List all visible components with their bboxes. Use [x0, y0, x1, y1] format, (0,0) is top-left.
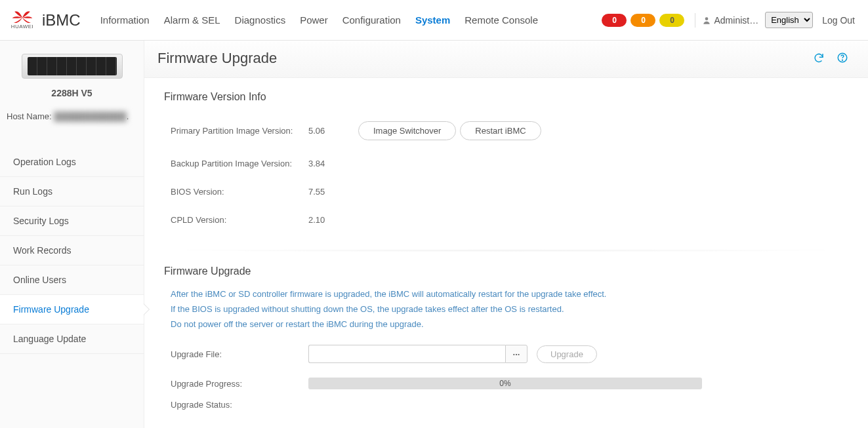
note-3: Do not power off the server or restart t…: [171, 319, 848, 329]
huawei-logo: HUAWEI: [9, 7, 35, 33]
topnav-power[interactable]: Power: [300, 14, 328, 26]
upgrade-button[interactable]: Upgrade: [537, 345, 597, 363]
sidemenu-work-records[interactable]: Work Records: [0, 236, 144, 265]
sidemenu-online-users[interactable]: Online Users: [0, 265, 144, 295]
backup-label: Backup Partition Image Version:: [171, 159, 308, 168]
page-title: Firmware Upgrade: [157, 50, 277, 67]
server-block: 2288H V5: [0, 41, 144, 105]
logo-block: HUAWEI iBMC: [9, 7, 81, 33]
main-icons: [804, 52, 848, 66]
side-menu: Operation LogsRun LogsSecurity LogsWork …: [0, 147, 144, 354]
row-primary: Primary Partition Image Version: 5.06 Im…: [164, 115, 848, 152]
hostname-label: Host Name:: [7, 111, 52, 121]
header: HUAWEI iBMC InformationAlarm & SELDiagno…: [0, 0, 868, 41]
top-nav: InformationAlarm & SELDiagnosticsPowerCo…: [100, 14, 552, 26]
row-upgrade-file: Upgrade File: ··· Upgrade: [164, 334, 848, 367]
progress-label: Upgrade Progress:: [171, 379, 308, 389]
refresh-icon[interactable]: [813, 52, 825, 64]
section-version-info: Firmware Version Info Primary Partition …: [144, 78, 868, 243]
badge-major[interactable]: 0: [630, 14, 655, 27]
server-model: 2288H V5: [0, 88, 144, 98]
browse-button[interactable]: ···: [505, 345, 527, 363]
svg-point-0: [705, 17, 709, 20]
help-icon[interactable]: [837, 52, 848, 64]
topnav-alarm-sel[interactable]: Alarm & SEL: [164, 14, 220, 26]
row-backup: Backup Partition Image Version: 3.84: [164, 152, 848, 180]
row-progress: Upgrade Progress: 0%: [164, 367, 848, 393]
upgrade-file-input[interactable]: [308, 345, 505, 363]
sidemenu-firmware-upgrade[interactable]: Firmware Upgrade: [0, 295, 144, 324]
main-header: Firmware Upgrade: [144, 41, 868, 78]
bios-label: BIOS Version:: [171, 187, 308, 197]
divider: [695, 13, 695, 28]
cpld-value: 2.10: [308, 215, 354, 225]
sidemenu-security-logs[interactable]: Security Logs: [0, 206, 144, 236]
huawei-petal-icon: [11, 10, 33, 25]
row-cpld: CPLD Version: 2.10: [164, 208, 848, 237]
image-switchover-button[interactable]: Image Switchover: [358, 121, 456, 140]
user-name[interactable]: Administ…: [714, 15, 758, 26]
header-right: 0 0 0 Administ… English Log Out: [602, 12, 855, 28]
logout-link[interactable]: Log Out: [822, 15, 855, 26]
sidebar: 2288H V5 Host Name: ████████████. Operat…: [0, 41, 144, 428]
file-label: Upgrade File:: [171, 349, 308, 359]
progress-text: 0%: [499, 379, 510, 388]
note-2: If the BIOS is upgraded without shutting…: [171, 304, 848, 314]
section1-title: Firmware Version Info: [164, 91, 848, 103]
hostname-row: Host Name: ████████████.: [0, 105, 144, 128]
topnav-information[interactable]: Information: [100, 14, 150, 26]
badge-critical[interactable]: 0: [602, 14, 627, 27]
user-icon: [702, 16, 711, 25]
brand-text: HUAWEI: [11, 24, 34, 29]
topnav-remote-console[interactable]: Remote Console: [465, 14, 538, 26]
section2-title: Firmware Upgrade: [164, 265, 848, 277]
progress-bar: 0%: [308, 378, 702, 389]
sidemenu-run-logs[interactable]: Run Logs: [0, 177, 144, 206]
topnav-configuration[interactable]: Configuration: [342, 14, 401, 26]
hostname-value: ████████████: [54, 111, 127, 121]
row-bios: BIOS Version: 7.55: [164, 180, 848, 208]
language-select[interactable]: English: [765, 12, 813, 28]
row-status: Upgrade Status:: [164, 393, 848, 421]
primary-label: Primary Partition Image Version:: [171, 126, 308, 136]
primary-value: 5.06: [308, 126, 354, 136]
sidemenu-operation-logs[interactable]: Operation Logs: [0, 147, 144, 177]
cpld-label: CPLD Version:: [171, 215, 308, 225]
product-title: iBMC: [42, 11, 81, 29]
restart-ibmc-button[interactable]: Restart iBMC: [460, 121, 541, 140]
backup-value: 3.84: [308, 159, 354, 168]
status-label: Upgrade Status:: [171, 400, 308, 410]
server-image: [22, 54, 123, 79]
note-1: After the iBMC or SD controller firmware…: [171, 289, 848, 299]
badge-minor[interactable]: 0: [659, 14, 684, 27]
sidemenu-language-update[interactable]: Language Update: [0, 324, 144, 354]
section-upgrade: Firmware Upgrade After the iBMC or SD co…: [144, 252, 868, 428]
topnav-diagnostics[interactable]: Diagnostics: [235, 14, 286, 26]
upgrade-notes: After the iBMC or SD controller firmware…: [164, 289, 848, 329]
main: Firmware Upgrade Firmware Version Info P…: [144, 41, 868, 428]
svg-point-2: [842, 60, 843, 60]
topnav-system[interactable]: System: [415, 14, 450, 26]
bios-value: 7.55: [308, 187, 354, 197]
